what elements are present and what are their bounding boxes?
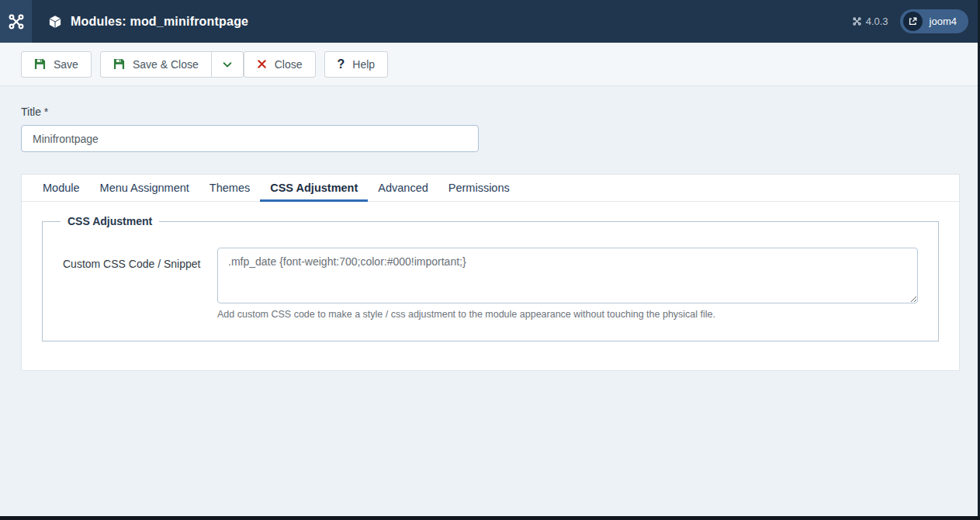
- chevron-down-icon: [222, 59, 233, 70]
- floppy-save-close-icon: [113, 58, 125, 70]
- window-bottom-edge: [0, 516, 980, 520]
- joomla-version-icon: [852, 16, 862, 26]
- preview-site-button[interactable]: joom4: [900, 9, 968, 33]
- title-field-label: Title *: [21, 106, 960, 118]
- version-text: 4.0.3: [866, 16, 888, 27]
- custom-css-field-row: Custom CSS Code / Snippet .mfp_date {fon…: [43, 248, 938, 320]
- save-button[interactable]: Save: [21, 51, 92, 78]
- css-adjustment-fieldset: CSS Adjustment Custom CSS Code / Snippet…: [42, 215, 939, 341]
- main-content: Title * Module Menu Assignment Themes CS…: [0, 106, 980, 371]
- save-options-dropdown-toggle[interactable]: [211, 51, 244, 78]
- header-right: 4.0.3 joom4: [852, 9, 980, 33]
- help-button[interactable]: ? Help: [324, 51, 389, 78]
- tab-advanced[interactable]: Advanced: [368, 175, 438, 202]
- question-mark-icon: ?: [338, 58, 345, 71]
- joomla-logo-button[interactable]: [0, 0, 32, 43]
- external-link-icon: [903, 12, 923, 31]
- custom-css-label: Custom CSS Code / Snippet: [63, 248, 217, 320]
- tab-bar: Module Menu Assignment Themes CSS Adjust…: [22, 175, 959, 202]
- page-title: Modules: mod_minifrontpage: [48, 15, 248, 29]
- tab-themes[interactable]: Themes: [199, 175, 260, 202]
- site-name-label: joom4: [930, 16, 957, 27]
- version-indicator: 4.0.3: [852, 16, 888, 27]
- action-toolbar: Save Save & Close: [0, 43, 980, 86]
- custom-css-control: .mfp_date {font-weight:700;color:#000!im…: [217, 248, 938, 320]
- close-button-label: Close: [275, 58, 303, 71]
- joomla-logo-icon: [7, 12, 26, 31]
- save-button-label: Save: [54, 58, 78, 71]
- save-and-close-label: Save & Close: [133, 58, 199, 71]
- custom-css-hint: Add custom CSS code to make a style / cs…: [217, 309, 918, 320]
- header-bar: Modules: mod_minifrontpage 4.0.3: [0, 0, 980, 43]
- save-and-close-button[interactable]: Save & Close: [100, 51, 212, 78]
- settings-panel: Module Menu Assignment Themes CSS Adjust…: [21, 174, 960, 371]
- css-adjustment-legend: CSS Adjustment: [61, 215, 159, 227]
- cube-icon: [48, 15, 62, 29]
- floppy-save-icon: [34, 58, 46, 70]
- tab-css-adjustment[interactable]: CSS Adjustment: [260, 175, 368, 202]
- help-button-label: Help: [352, 58, 375, 71]
- tab-module[interactable]: Module: [33, 175, 90, 202]
- save-close-button-group: Save & Close: [100, 51, 244, 78]
- close-button[interactable]: Close: [244, 51, 316, 78]
- tab-menu-assignment[interactable]: Menu Assignment: [90, 175, 199, 202]
- custom-css-textarea[interactable]: .mfp_date {font-weight:700;color:#000!im…: [217, 248, 918, 303]
- page-title-text: Modules: mod_minifrontpage: [71, 15, 248, 29]
- close-x-icon: [257, 59, 267, 69]
- module-title-input[interactable]: [21, 125, 479, 152]
- tab-permissions[interactable]: Permissions: [438, 175, 520, 202]
